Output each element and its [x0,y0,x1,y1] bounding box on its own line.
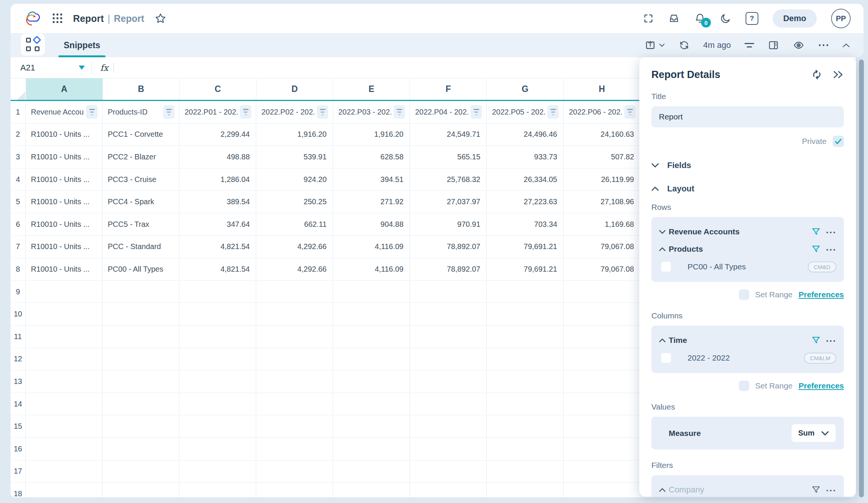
more-options-icon[interactable]: ... [826,228,836,232]
column-header-h[interactable]: H [564,78,640,100]
cell[interactable]: 2022.P05 - 202... [487,101,564,124]
apps-grid-icon[interactable] [53,14,63,23]
dimension-revenue-accounts[interactable]: Revenue Accounts ... [659,223,836,240]
cell[interactable] [26,303,102,326]
column-filter-icon[interactable] [86,105,98,119]
cell[interactable] [487,326,564,348]
user-avatar[interactable]: PP [831,9,851,28]
cell[interactable] [487,303,564,326]
dimension-time[interactable]: Time ... [659,332,836,349]
cell[interactable]: 507.82 [564,146,640,168]
row-number[interactable]: 11 [11,326,26,348]
cell[interactable] [102,281,179,303]
cell[interactable] [256,326,333,348]
column-header-f[interactable]: F [410,78,487,100]
cell[interactable]: 389.54 [179,191,256,213]
cell[interactable] [102,460,179,483]
cell[interactable] [564,281,640,303]
cell[interactable] [26,415,102,438]
cell[interactable] [179,348,256,371]
cell[interactable] [179,438,256,460]
cell[interactable] [410,460,487,483]
cell[interactable] [487,281,564,303]
demo-badge[interactable]: Demo [773,9,817,28]
cell[interactable] [26,393,102,416]
cell[interactable]: 4,292.66 [256,258,333,281]
cell[interactable]: 27,037.97 [410,191,487,213]
cell[interactable] [102,438,179,460]
cell[interactable]: 904.88 [333,213,410,236]
row-number[interactable]: 3 [11,146,26,168]
cell[interactable]: 24,160.63 [564,124,640,146]
more-options-icon[interactable]: ... [826,486,836,490]
cell[interactable]: 4,116.09 [333,236,410,258]
cell[interactable] [26,460,102,483]
cell[interactable] [410,281,487,303]
dimension-company[interactable]: Company ... [659,481,836,497]
inbox-icon[interactable] [668,13,680,24]
cell[interactable]: R10010 - Units ... [26,168,102,191]
cell[interactable] [102,348,179,371]
cell[interactable]: 1,916.20 [333,124,410,146]
aggregation-select[interactable]: Sum [792,424,836,442]
column-header-g[interactable]: G [487,78,564,100]
cell[interactable] [256,438,333,460]
cell[interactable]: 24,496.46 [487,124,564,146]
cell[interactable]: 2,299.44 [179,124,256,146]
cell[interactable]: 2022.P06 - 202... [564,101,640,124]
cell[interactable]: 26,334.05 [487,168,564,191]
fullscreen-icon[interactable] [643,13,654,24]
dark-mode-moon-icon[interactable] [720,13,731,24]
member-checkbox[interactable] [661,353,671,363]
member-checkbox[interactable] [661,262,671,272]
cell[interactable] [256,348,333,371]
set-range-checkbox[interactable] [739,381,749,391]
more-options-icon[interactable]: ... [826,245,836,249]
cell[interactable] [26,348,102,371]
cell[interactable] [26,326,102,348]
cell[interactable] [564,460,640,483]
cell[interactable] [256,281,333,303]
cell[interactable] [102,393,179,416]
cell[interactable] [102,303,179,326]
favorite-star-icon[interactable] [155,13,166,24]
section-layout[interactable]: Layout [651,184,844,194]
cell[interactable]: R10010 - Units ... [26,258,102,281]
cell[interactable] [564,415,640,438]
formula-input[interactable] [113,63,114,73]
cell[interactable] [410,483,487,497]
cell[interactable]: 78,892.07 [410,236,487,258]
cell[interactable] [333,393,410,416]
cell[interactable]: PCC3 - Cruise [102,168,179,191]
reassign-cycle-icon[interactable] [811,69,823,81]
row-number[interactable]: 12 [11,348,26,371]
row-number[interactable]: 7 [11,236,26,258]
cell[interactable]: R10010 - Units ... [26,146,102,168]
cell[interactable] [26,281,102,303]
cell[interactable] [333,348,410,371]
cell[interactable] [179,483,256,497]
select-all-corner[interactable] [11,78,26,100]
collapse-panel-icon[interactable] [833,70,844,79]
row-number[interactable]: 6 [11,213,26,236]
cell[interactable]: 79,691.21 [487,258,564,281]
section-fields[interactable]: Fields [651,161,844,170]
cell[interactable]: 539.91 [256,146,333,168]
column-filter-icon[interactable] [547,105,559,119]
cell[interactable] [410,326,487,348]
cell[interactable]: PCC2 - Blazer [102,146,179,168]
cell[interactable] [564,326,640,348]
cell[interactable]: 703.34 [487,213,564,236]
cell[interactable]: 27,223.63 [487,191,564,213]
cell[interactable]: 1,169.68 [564,213,640,236]
report-title-input[interactable] [651,106,844,127]
column-header-a[interactable]: A [26,78,103,100]
more-options-icon[interactable] [818,44,829,47]
preview-eye-icon[interactable] [793,40,805,50]
cell[interactable] [333,415,410,438]
cell[interactable]: 1,916.20 [256,124,333,146]
cell[interactable] [410,303,487,326]
cell[interactable] [102,483,179,497]
column-filter-icon[interactable] [163,105,174,119]
side-panel-toggle-icon[interactable] [768,40,779,50]
